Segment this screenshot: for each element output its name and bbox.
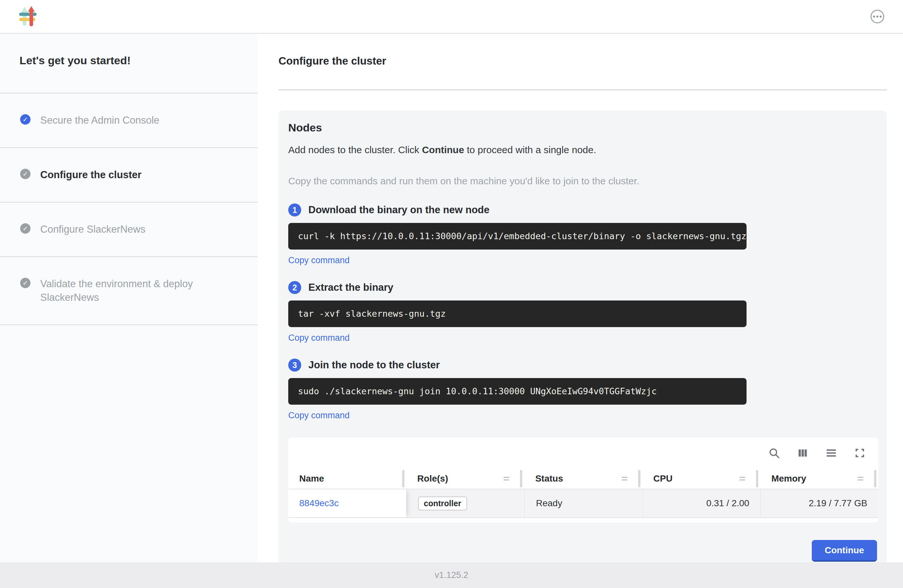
divider (278, 90, 887, 90)
sidebar-step-label: Validate the environment & deploy Slacke… (40, 277, 245, 304)
more-menu-button[interactable] (870, 10, 884, 24)
slackernews-logo-icon (19, 6, 38, 27)
continue-button[interactable]: Continue (812, 540, 877, 562)
join-step-2-header: 2 Extract the binary (288, 281, 877, 294)
sidebar-step-label: Configure the cluster (40, 168, 142, 182)
columns-icon[interactable] (795, 445, 810, 461)
extract-binary-command: tar -xvf slackernews-gnu.tgz (288, 300, 747, 327)
sidebar-step-configure-cluster[interactable]: ✓ Configure the cluster (0, 148, 258, 203)
copy-command-link-2[interactable]: Copy command (288, 333, 349, 343)
table-toolbar (288, 437, 878, 469)
nodes-heading: Nodes (288, 120, 877, 135)
download-binary-command: curl -k https://10.0.0.11:30000/api/v1/e… (288, 223, 747, 250)
ellipsis-icon (873, 16, 875, 17)
search-icon[interactable] (767, 445, 782, 461)
check-circle-icon: ✓ (20, 223, 30, 234)
column-header-roles[interactable]: Role(s) (406, 469, 524, 489)
table-row: 8849ec3c controller Ready 0.31 / 2.00 2.… (288, 489, 878, 518)
sidebar-step-secure-admin-console[interactable]: ✓ Secure the Admin Console (0, 93, 258, 148)
column-resize-icon[interactable] (739, 477, 745, 481)
join-step-1-header: 1 Download the binary on the new node (288, 203, 877, 217)
step-title: Join the node to the cluster (308, 359, 440, 371)
check-circle-icon: ✓ (20, 114, 30, 124)
main-content: Configure the cluster Nodes Add nodes to… (258, 35, 903, 562)
node-name-link[interactable]: 8849ec3c (299, 498, 338, 508)
column-resize-icon[interactable] (621, 477, 628, 481)
role-chip: controller (418, 497, 467, 511)
table-panel-footer (288, 518, 878, 522)
check-circle-icon: ✓ (20, 278, 30, 288)
node-memory-cell: 2.19 / 7.77 GB (760, 489, 878, 517)
nodes-table-panel: Name Role(s) Status CPU (288, 437, 878, 522)
nodes-intro: Add nodes to the cluster. Click Continue… (288, 143, 877, 157)
admin-console-app: Let's get you started! ✓ Secure the Admi… (0, 0, 903, 588)
setup-sidebar: Let's get you started! ✓ Secure the Admi… (0, 35, 258, 562)
column-resize-icon[interactable] (857, 477, 864, 481)
step-title: Download the binary on the new node (308, 204, 489, 216)
page-title: Configure the cluster (278, 54, 887, 68)
column-resize-icon[interactable] (503, 477, 509, 481)
column-header-name[interactable]: Name (288, 469, 406, 489)
check-circle-icon: ✓ (20, 169, 30, 179)
step-number-badge: 3 (288, 358, 301, 371)
column-separator[interactable] (520, 470, 522, 487)
fullscreen-icon[interactable] (853, 445, 867, 461)
sidebar-step-validate-deploy[interactable]: ✓ Validate the environment & deploy Slac… (0, 257, 258, 325)
join-step-3-header: 3 Join the node to the cluster (288, 358, 877, 371)
join-node-command: sudo ./slackernews-gnu join 10.0.0.11:30… (288, 378, 747, 405)
step-title: Extract the binary (308, 281, 393, 293)
node-cpu-cell: 0.31 / 2.00 (642, 489, 760, 517)
copy-command-link-3[interactable]: Copy command (288, 410, 349, 421)
column-header-cpu[interactable]: CPU (642, 469, 760, 489)
top-bar (0, 0, 903, 34)
column-separator[interactable] (638, 470, 640, 487)
sidebar-step-configure-slackernews[interactable]: ✓ Configure SlackerNews (0, 203, 258, 257)
table-header-row: Name Role(s) Status CPU (288, 469, 878, 489)
node-status-cell: Ready (524, 489, 642, 517)
column-separator[interactable] (756, 470, 758, 487)
sidebar-step-label: Secure the Admin Console (40, 113, 159, 127)
node-roles-cell: controller (406, 489, 524, 517)
nodes-card: Nodes Add nodes to the cluster. Click Co… (278, 111, 887, 562)
copy-command-link-1[interactable]: Copy command (288, 255, 349, 266)
sidebar-step-label: Configure SlackerNews (40, 223, 145, 236)
column-header-status[interactable]: Status (524, 469, 642, 489)
app-footer: v1.125.2 (0, 562, 903, 588)
column-separator[interactable] (402, 470, 404, 487)
step-number-badge: 2 (288, 281, 301, 294)
node-name-cell: 8849ec3c (288, 489, 406, 517)
join-hint-text: Copy the commands and run them on the ma… (288, 174, 877, 188)
version-label: v1.125.2 (435, 570, 468, 580)
sidebar-title: Let's get you started! (0, 35, 258, 68)
column-separator[interactable] (874, 470, 876, 487)
column-header-memory[interactable]: Memory (760, 469, 878, 489)
card-actions: Continue (288, 540, 877, 562)
density-icon[interactable] (824, 445, 839, 461)
step-number-badge: 1 (288, 203, 301, 217)
